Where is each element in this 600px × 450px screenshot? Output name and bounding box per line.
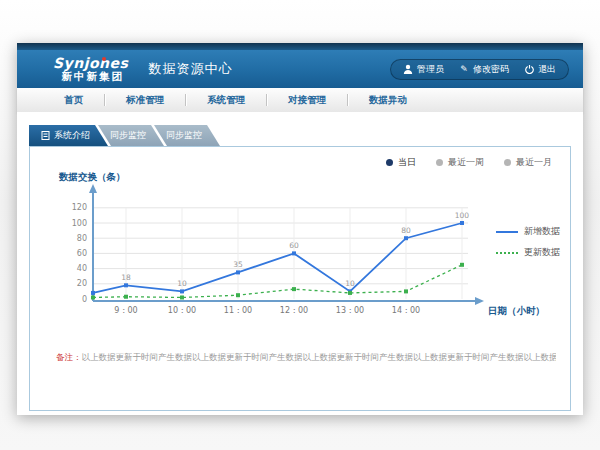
power-icon <box>524 64 534 74</box>
content-area: 系统介绍 同步监控 同步监控 当日 最近一周 <box>17 112 583 415</box>
footnote-text: 以上数据更新于时间产生数据以上数据更新于时间产生数据以上数据更新于时间产生数据以… <box>82 352 557 362</box>
tab-sync-monitor-2[interactable]: 同步监控 <box>154 125 220 146</box>
filter-label: 当日 <box>398 156 416 169</box>
legend-label: 新增数据 <box>524 225 560 238</box>
card-top-strip <box>17 43 583 50</box>
edit-icon: ✎ <box>459 64 469 74</box>
change-password-button[interactable]: ✎ 修改密码 <box>459 63 509 76</box>
legend-item-update-data: 更新数据 <box>496 246 560 259</box>
svg-text:100: 100 <box>72 219 87 228</box>
nav-item-system-mgmt[interactable]: 系统管理 <box>186 94 266 107</box>
svg-text:11：00: 11：00 <box>224 306 252 315</box>
legend-line-dotted-icon <box>496 252 518 254</box>
svg-text:60: 60 <box>289 241 299 250</box>
logo-en-text: Synjones <box>53 55 128 71</box>
nav-item-standard-mgmt[interactable]: 标准管理 <box>105 94 185 107</box>
tab-system-intro[interactable]: 系统介绍 <box>29 125 108 146</box>
page-card: Synjones 新中新集团 数据资源中心 管理员 ✎ 修改密码 退出 <box>17 43 583 415</box>
radio-icon <box>504 159 511 166</box>
svg-text:10：00: 10：00 <box>168 306 196 315</box>
tab-label: 同步监控 <box>110 129 146 142</box>
page-title: 数据资源中心 <box>148 60 232 78</box>
app-header: Synjones 新中新集团 数据资源中心 管理员 ✎ 修改密码 退出 <box>17 50 583 88</box>
time-filter: 当日 最近一周 最近一月 <box>386 156 552 169</box>
svg-text:80: 80 <box>77 234 87 243</box>
svg-text:10: 10 <box>345 279 355 288</box>
change-password-label: 修改密码 <box>473 63 509 76</box>
radio-selected-icon <box>386 159 393 166</box>
tab-sync-monitor-1[interactable]: 同步监控 <box>98 125 164 146</box>
document-icon <box>41 131 50 140</box>
tab-bar: 系统介绍 同步监控 同步监控 <box>29 125 220 146</box>
tab-label: 同步监控 <box>166 129 202 142</box>
svg-text:12：00: 12：00 <box>280 306 308 315</box>
svg-text:10: 10 <box>177 279 187 288</box>
logout-button[interactable]: 退出 <box>524 63 556 76</box>
filter-label: 最近一周 <box>448 156 484 169</box>
svg-text:60: 60 <box>77 249 87 258</box>
svg-text:0: 0 <box>82 295 87 304</box>
nav-item-data-change[interactable]: 数据异动 <box>348 94 428 107</box>
nav-item-home[interactable]: 首页 <box>43 94 104 107</box>
svg-text:13：00: 13：00 <box>336 306 364 315</box>
nav-item-docking-mgmt[interactable]: 对接管理 <box>267 94 347 107</box>
svg-text:日期（小时）: 日期（小时） <box>488 305 545 317</box>
user-menu[interactable]: 管理员 <box>403 63 444 76</box>
radio-icon <box>436 159 443 166</box>
svg-text:80: 80 <box>401 226 411 235</box>
svg-text:100: 100 <box>455 211 470 220</box>
logo-cn-text: 新中新集团 <box>53 71 132 82</box>
user-name: 管理员 <box>417 63 444 76</box>
tab-label: 系统介绍 <box>54 129 90 142</box>
user-icon <box>403 64 413 74</box>
line-chart: 0204060801001209：0010：0011：0012：0013：001… <box>46 183 566 323</box>
chart-panel: 当日 最近一周 最近一月 数据交换（条） 0204060801001209：00… <box>29 146 571 411</box>
screen: { "header": { "logo": { "name": "Synjone… <box>0 0 600 450</box>
svg-text:9：00: 9：00 <box>114 306 137 315</box>
logo-text: Synjones <box>53 56 132 71</box>
user-toolbar: 管理员 ✎ 修改密码 退出 <box>390 59 569 80</box>
footnote: 备注：以上数据更新于时间产生数据以上数据更新于时间产生数据以上数据更新于时间产生… <box>56 352 556 364</box>
logo: Synjones 新中新集团 <box>53 56 132 83</box>
svg-text:120: 120 <box>72 203 87 212</box>
footnote-prefix: 备注： <box>56 352 82 362</box>
svg-text:35: 35 <box>233 260 243 269</box>
svg-text:40: 40 <box>77 264 87 273</box>
filter-last-month[interactable]: 最近一月 <box>504 156 552 169</box>
legend-line-solid-icon <box>496 231 518 233</box>
svg-text:18: 18 <box>121 273 131 282</box>
main-nav: 首页 标准管理 系统管理 对接管理 数据异动 <box>17 88 583 113</box>
filter-label: 最近一月 <box>516 156 552 169</box>
filter-today[interactable]: 当日 <box>386 156 416 169</box>
chart-legend: 新增数据 更新数据 <box>496 225 560 259</box>
legend-label: 更新数据 <box>524 246 560 259</box>
legend-item-new-data: 新增数据 <box>496 225 560 238</box>
svg-text:14：00: 14：00 <box>392 306 420 315</box>
logout-label: 退出 <box>538 63 556 76</box>
filter-last-week[interactable]: 最近一周 <box>436 156 484 169</box>
svg-text:20: 20 <box>77 279 87 288</box>
